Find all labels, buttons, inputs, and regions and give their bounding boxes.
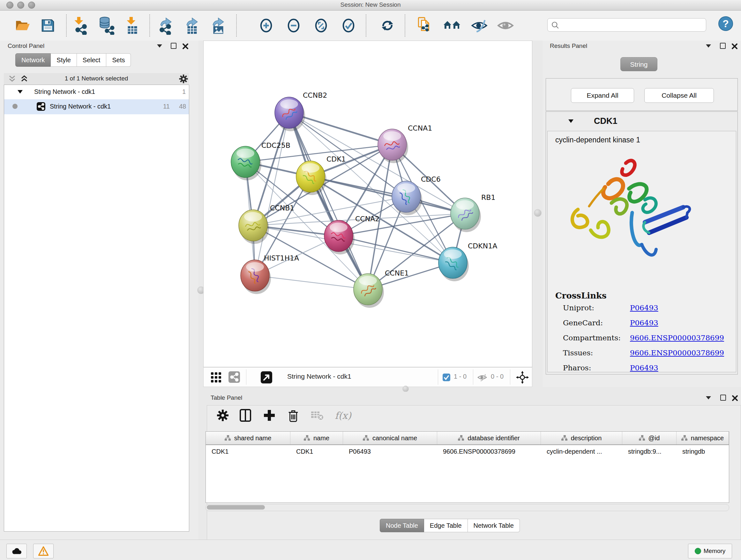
horizontal-splitter[interactable]: [203, 387, 741, 392]
table-cell[interactable]: CDK1: [290, 445, 343, 458]
export-table-button[interactable]: [183, 16, 201, 35]
column-header-database-identifier[interactable]: database identifier: [437, 432, 541, 444]
gear-icon[interactable]: [179, 74, 188, 84]
float-panel-icon[interactable]: [171, 43, 177, 49]
save-session-button[interactable]: [39, 16, 57, 35]
node-CCNB2[interactable]: [275, 97, 305, 131]
column-header-canonical-name[interactable]: canonical name: [343, 432, 437, 444]
entry-collapse-icon[interactable]: [568, 119, 574, 123]
network-canvas[interactable]: CCNB2CCNA1CDC25BCDK1CDC6RB1CCNB1CCNA2CDK…: [203, 41, 532, 367]
collapse-panel-icon[interactable]: [706, 44, 711, 48]
column-header-namespace[interactable]: namespace: [677, 432, 729, 444]
gene-entry-header[interactable]: CDK1: [546, 112, 738, 131]
zoom-fit-button[interactable]: [312, 16, 330, 35]
export-image-button[interactable]: [209, 16, 227, 35]
float-panel-icon[interactable]: [720, 395, 726, 401]
crosslink-link[interactable]: P06493: [630, 319, 658, 327]
node-CCNA1[interactable]: [378, 129, 408, 163]
node-CDK1[interactable]: [296, 161, 327, 195]
tab-edge-table[interactable]: Edge Table: [424, 519, 468, 532]
table-cell[interactable]: cyclin-dependent ...: [541, 445, 622, 458]
help-button[interactable]: ?: [717, 14, 735, 33]
vertical-splitter-right[interactable]: [532, 41, 542, 392]
hide-selected-button[interactable]: [470, 16, 488, 35]
node-CDKN1A[interactable]: [439, 247, 469, 281]
tree-expand-icon[interactable]: [17, 90, 23, 94]
network-collection-row[interactable]: String Network - cdk1 1: [4, 85, 189, 99]
scrollbar-thumb[interactable]: [207, 505, 265, 509]
close-panel-icon[interactable]: [732, 395, 738, 401]
zoom-out-button[interactable]: [285, 16, 302, 35]
zoom-selected-button[interactable]: [340, 16, 357, 35]
delete-column-button[interactable]: [284, 407, 302, 424]
crosslink-link[interactable]: P06493: [630, 364, 658, 372]
float-panel-icon[interactable]: [720, 43, 726, 49]
node-CCNA2[interactable]: [324, 220, 354, 254]
grid-view-button[interactable]: [211, 372, 221, 384]
table-cell[interactable]: stringdb: [677, 445, 729, 458]
show-columns-button[interactable]: [236, 407, 255, 424]
tab-network[interactable]: Network: [15, 53, 51, 67]
zoom-in-button[interactable]: [257, 16, 275, 35]
edge-CCNB2-HIST1H1A[interactable]: [255, 113, 289, 275]
expand-all-button[interactable]: Expand All: [571, 88, 634, 103]
import-network-button[interactable]: [71, 16, 89, 35]
close-panel-icon[interactable]: [731, 43, 738, 50]
search-input[interactable]: [547, 18, 706, 32]
edge-HIST1H1A-CCNE1[interactable]: [255, 275, 368, 289]
collapse-panel-icon[interactable]: [706, 396, 711, 399]
node-table[interactable]: shared namenamecanonical namedatabase id…: [205, 431, 729, 503]
column-header-description[interactable]: description: [541, 432, 622, 444]
memory-button[interactable]: Memory: [688, 544, 732, 558]
tab-style[interactable]: Style: [51, 53, 77, 67]
table-row[interactable]: CDK1CDK1P064939606.ENSP00000378699cyclin…: [206, 445, 729, 458]
show-all-button[interactable]: [496, 16, 515, 35]
table-cell[interactable]: P06493: [343, 445, 437, 458]
table-cell[interactable]: stringdb:9...: [622, 445, 677, 458]
refresh-view-button[interactable]: [379, 16, 396, 35]
column-header-@id[interactable]: @id: [622, 432, 677, 444]
splitter-handle[interactable]: [534, 209, 542, 217]
network-row[interactable]: String Network - cdk1 11 48: [4, 99, 189, 114]
collapse-panel-icon[interactable]: [157, 44, 162, 48]
table-cell[interactable]: CDK1: [206, 445, 290, 458]
import-table-button[interactable]: [123, 16, 141, 35]
table-horizontal-scrollbar[interactable]: [205, 504, 729, 511]
column-header-name[interactable]: name: [290, 432, 343, 444]
tab-sets[interactable]: Sets: [106, 53, 131, 67]
warnings-button[interactable]: [33, 544, 54, 558]
column-header-shared-name[interactable]: shared name: [206, 432, 290, 444]
node-HIST1H1A[interactable]: [241, 260, 271, 294]
tab-network-table[interactable]: Network Table: [468, 519, 520, 532]
fit-content-icon[interactable]: [516, 371, 529, 384]
string-network-graph[interactable]: CCNB2CCNA1CDC25BCDK1CDC6RB1CCNB1CCNA2CDK…: [204, 41, 532, 367]
splitter-handle[interactable]: [402, 386, 409, 392]
collapse-all-button[interactable]: Collapse All: [644, 88, 714, 103]
edge-CCNB2-CCNE1[interactable]: [289, 113, 368, 289]
tab-select[interactable]: Select: [77, 53, 107, 67]
clone-network-button[interactable]: [415, 16, 433, 35]
node-CDC25B[interactable]: [231, 146, 261, 180]
close-panel-icon[interactable]: [182, 43, 189, 50]
view-all-networks-button[interactable]: [443, 16, 461, 35]
export-network-button[interactable]: [157, 16, 175, 35]
tab-node-table[interactable]: Node Table: [380, 519, 424, 532]
table-cell[interactable]: 9606.ENSP00000378699: [437, 445, 541, 458]
edge-CCNA2-CDKN1A[interactable]: [339, 236, 453, 263]
crosslink-link[interactable]: P06493: [630, 304, 658, 312]
open-session-button[interactable]: [13, 16, 31, 35]
network-share-button[interactable]: [228, 371, 240, 384]
birdseye-view-button[interactable]: [260, 371, 273, 385]
crosslink-link[interactable]: 9606.ENSP00000378699: [630, 334, 724, 342]
import-network-from-database-button[interactable]: [97, 16, 115, 35]
create-column-button[interactable]: [260, 407, 279, 424]
selected-checkbox-icon[interactable]: [442, 373, 451, 381]
edge-CDK1-RB1[interactable]: [311, 177, 465, 213]
crosslink-link[interactable]: 9606.ENSP00000378699: [630, 349, 724, 357]
cloud-status-button[interactable]: [6, 544, 27, 558]
node-RB1[interactable]: [451, 198, 481, 232]
vertical-splitter-left[interactable]: [199, 41, 203, 540]
table-settings-button[interactable]: [213, 407, 232, 424]
node-CCNE1[interactable]: [354, 273, 384, 308]
tab-string[interactable]: String: [620, 57, 657, 71]
